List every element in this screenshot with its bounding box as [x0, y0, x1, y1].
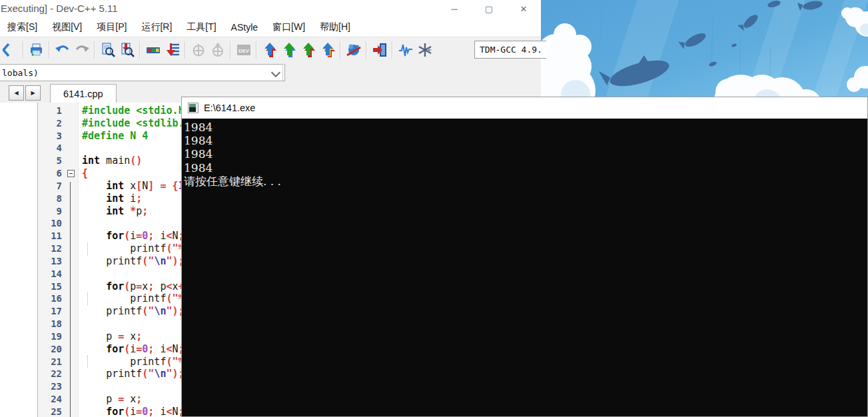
- toolbar-separator: [185, 41, 186, 59]
- menu-item-0[interactable]: 搜索[S]: [0, 17, 45, 37]
- line-number-gutter: 1234567891011121314151617181920212223242…: [38, 103, 79, 417]
- desktop-wallpaper: [541, 0, 868, 100]
- line-number: 23: [38, 380, 78, 393]
- toolbar-separator: [49, 41, 50, 59]
- tab-scroll-right-button[interactable]: ▶: [25, 85, 41, 101]
- line-number: 11: [38, 230, 78, 242]
- package-icon[interactable]: [189, 40, 208, 59]
- console-line: 1984: [184, 147, 867, 161]
- console-output[interactable]: 1984198419841984请按任意键继续. . .: [182, 119, 867, 416]
- line-number: 14: [38, 268, 78, 280]
- menu-item-4[interactable]: 工具[T]: [179, 17, 223, 37]
- tab-scroll-left-button[interactable]: ◀: [9, 85, 24, 101]
- toolbar-separator: [139, 41, 141, 59]
- package-check-icon[interactable]: [208, 40, 227, 59]
- toolbar-separator: [282, 63, 284, 81]
- menu-item-3[interactable]: 运行[R]: [134, 17, 179, 37]
- console-line: 请按任意键继续. . .: [184, 175, 867, 188]
- console-app-icon: [188, 103, 199, 113]
- toolbar-separator: [366, 41, 367, 59]
- doc-partial-icon[interactable]: [1, 40, 20, 59]
- line-number: 19: [38, 330, 78, 343]
- line-number: 1: [38, 105, 78, 117]
- svg-text:DEV: DEV: [238, 47, 248, 53]
- line-number: 7: [38, 180, 78, 193]
- console-window: E:\6141.exe 1984198419841984请按任意键继续. . .: [181, 97, 868, 417]
- toolbar-separator: [94, 41, 95, 59]
- colors-icon[interactable]: [143, 40, 163, 59]
- compile-run-icon[interactable]: [298, 40, 318, 59]
- line-number: 10: [38, 217, 78, 230]
- line-number: 18: [38, 318, 78, 330]
- compiler-select[interactable]: TDM-GCC 4.9.: [474, 41, 546, 59]
- class-browser-value: lobals): [2, 68, 39, 78]
- console-title: E:\6141.exe: [204, 103, 255, 113]
- line-number: 15: [38, 280, 78, 293]
- line-number: 2: [38, 117, 78, 130]
- menu-bar: 搜索[S]视图[V]项目[P]运行[R]工具[T]AStyle窗口[W]帮助[H…: [0, 17, 541, 37]
- print-icon[interactable]: [27, 40, 46, 59]
- tab-6141-cpp[interactable]: 6141.cpp: [50, 84, 117, 103]
- console-line: 1984: [184, 134, 867, 147]
- compile-icon[interactable]: [260, 40, 279, 59]
- menu-item-6[interactable]: 窗口[W]: [265, 17, 312, 37]
- profile-del-icon[interactable]: [415, 40, 434, 59]
- line-number: 12: [38, 242, 78, 255]
- window-controls: ─ ▢ ✕: [437, 0, 541, 17]
- project-browser-panel[interactable]: [0, 103, 38, 417]
- sky-fish-art: [541, 0, 868, 100]
- menu-item-7[interactable]: 帮助[H]: [312, 17, 358, 37]
- main-toolbar: DEVTDM-GCC 4.9.: [0, 37, 541, 62]
- line-number: 3: [38, 130, 78, 143]
- line-number: 21: [38, 356, 78, 368]
- line-number: 25: [38, 406, 78, 417]
- chevron-down-icon: [271, 68, 280, 77]
- profile-icon[interactable]: [396, 40, 415, 59]
- tab-scroll-buttons: ◀ ▶: [9, 85, 41, 101]
- console-line: 1984: [184, 121, 867, 134]
- undo-icon[interactable]: [53, 40, 72, 59]
- close-program-icon[interactable]: [370, 40, 389, 59]
- console-title-bar[interactable]: E:\6141.exe: [182, 97, 867, 119]
- minimize-button[interactable]: ─: [437, 0, 472, 17]
- line-number: 17: [38, 305, 78, 318]
- indent-guide: [87, 242, 88, 255]
- menu-item-1[interactable]: 视图[V]: [45, 17, 89, 37]
- maximize-button[interactable]: ▢: [472, 0, 506, 17]
- class-browser-toolbar: lobals): [0, 62, 541, 83]
- fold-scope-line: [70, 182, 71, 417]
- line-number: 6: [38, 167, 78, 180]
- rebuild-icon[interactable]: [318, 40, 337, 59]
- line-number: 22: [38, 368, 78, 380]
- goto-line-icon[interactable]: [163, 40, 182, 59]
- window-title: Executing] - Dev-C++ 5.11: [1, 3, 118, 14]
- menu-item-5[interactable]: AStyle: [224, 17, 265, 37]
- toolbar-separator: [256, 41, 257, 59]
- indent-guide: [87, 356, 88, 368]
- find-icon[interactable]: [98, 40, 117, 59]
- screen: Executing] - Dev-C++ 5.11 ─ ▢ ✕ 搜索[S]视图[…: [0, 0, 868, 417]
- line-number: 8: [38, 193, 78, 205]
- title-bar[interactable]: Executing] - Dev-C++ 5.11 ─ ▢ ✕: [0, 0, 541, 17]
- line-number: 9: [38, 205, 78, 218]
- run-icon[interactable]: [279, 40, 298, 59]
- line-number: 13: [38, 255, 78, 268]
- close-button[interactable]: ✕: [506, 0, 541, 17]
- redo-icon[interactable]: [72, 40, 91, 59]
- line-number: 20: [38, 343, 78, 356]
- fold-toggle[interactable]: [67, 170, 75, 177]
- dev-icon[interactable]: DEV: [234, 40, 253, 59]
- syntax-check-icon[interactable]: [344, 40, 363, 59]
- toolbar-separator: [230, 41, 231, 59]
- line-number: 16: [38, 292, 78, 305]
- toolbar-separator: [392, 41, 393, 59]
- menu-item-2[interactable]: 项目[P]: [89, 17, 134, 37]
- class-browser-combobox[interactable]: lobals): [0, 64, 285, 81]
- console-line: 1984: [184, 161, 867, 175]
- replace-icon[interactable]: [117, 40, 137, 59]
- toolbar-separator: [23, 41, 24, 59]
- indent-guide: [87, 292, 88, 305]
- line-number: 5: [38, 155, 78, 167]
- toolbar-separator: [340, 41, 341, 59]
- line-number: 4: [38, 142, 78, 155]
